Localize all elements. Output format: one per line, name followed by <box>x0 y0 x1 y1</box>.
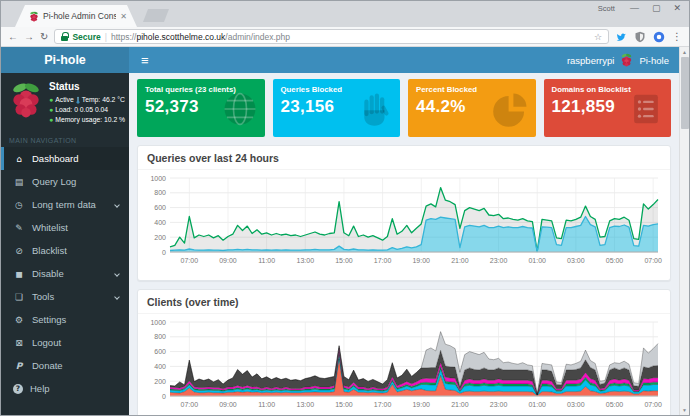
svg-text:800: 800 <box>154 333 166 340</box>
svg-text:01:00: 01:00 <box>528 401 546 408</box>
raspberry-logo <box>9 81 43 119</box>
bookmark-star-icon[interactable]: ☆ <box>594 32 602 42</box>
svg-text:800: 800 <box>154 189 166 196</box>
sidebar-item-label: Long term data <box>32 199 96 210</box>
svg-text:23:00: 23:00 <box>490 257 508 264</box>
browser-tab[interactable]: Pi-hole Admin Console ✕ <box>15 5 137 27</box>
url-path: /admin/index.php <box>225 32 290 42</box>
queries-over-time-chart[interactable]: 0200400600800100007:0009:0011:0013:0015:… <box>140 172 664 280</box>
new-tab-button[interactable] <box>143 9 169 22</box>
app-logo[interactable]: Pi-hole <box>1 47 129 73</box>
chevron-down-icon <box>114 294 120 300</box>
url-scheme: https:// <box>111 32 137 42</box>
svg-text:03:00: 03:00 <box>567 257 585 264</box>
blue-circle-extension-icon[interactable] <box>653 31 665 43</box>
card-queries-blocked: Queries Blocked 23,156 <box>273 79 401 137</box>
paypal-icon: P <box>13 361 25 371</box>
svg-text:200: 200 <box>154 234 166 241</box>
shield-extension-icon[interactable] <box>634 31 646 43</box>
question-icon: ? <box>13 384 23 394</box>
sidebar-item-label: Disable <box>32 268 64 279</box>
status-active-row: ● Active Temp: 46.2 °C <box>49 95 125 105</box>
status-dot-icon: ● <box>49 115 53 125</box>
svg-text:15:00: 15:00 <box>335 401 353 408</box>
user-logout-icon: ⊠ <box>13 338 25 348</box>
svg-text:200: 200 <box>154 378 166 385</box>
list-icon <box>627 90 665 128</box>
svg-text:19:00: 19:00 <box>412 401 430 408</box>
scroll-up-icon[interactable]: ▲ <box>682 47 687 57</box>
minimize-button[interactable]: — <box>630 3 639 13</box>
sidebar-item-donate[interactable]: P Donate <box>1 354 129 377</box>
queries-panel: Queries over last 24 hours 0200400600800… <box>137 145 671 281</box>
sidebar-item-label: Tools <box>32 291 54 302</box>
divider: | <box>105 32 107 42</box>
twitter-extension-icon[interactable] <box>615 31 627 43</box>
window-close-button[interactable]: ✕ <box>673 3 681 13</box>
refresh-icon[interactable]: ↻ <box>40 32 48 42</box>
sidebar-item-long-term-data[interactable]: ◷ Long term data <box>1 193 129 216</box>
status-load-row: ● Load: 0 0.05 0.04 <box>49 105 125 115</box>
svg-text:15:00: 15:00 <box>335 257 353 264</box>
sidebar-item-settings[interactable]: ⚙ Settings <box>1 308 129 331</box>
svg-text:09:00: 09:00 <box>219 401 237 408</box>
svg-text:13:00: 13:00 <box>297 257 315 264</box>
sidebar-item-help[interactable]: ? Help <box>1 377 129 400</box>
sidebar-item-label: Donate <box>32 360 63 371</box>
browser-toolbar: ← → ↻ Secure | https://pihole.scotthelme… <box>1 27 689 47</box>
svg-text:07:00: 07:00 <box>181 257 199 264</box>
chrome-menu-icon[interactable]: ⋮ <box>672 31 682 42</box>
card-total-queries: Total queries (23 clients) 52,373 <box>137 79 265 137</box>
scroll-down-icon[interactable]: ▼ <box>682 405 687 415</box>
sidebar-item-tools[interactable]: ❏ Tools <box>1 285 129 308</box>
address-bar[interactable]: Secure | https://pihole.scotthelme.co.uk… <box>54 29 609 44</box>
folder-icon: ❏ <box>13 292 25 302</box>
hand-icon <box>356 90 394 128</box>
status-active-label: Active <box>55 95 74 105</box>
svg-text:1000: 1000 <box>150 175 166 182</box>
hostname-label: raspberrypi <box>567 55 615 66</box>
sidebar-item-disable[interactable]: ◼ Disable <box>1 262 129 285</box>
browser-tab-bar: Pi-hole Admin Console ✕ Scott — ▢ ✕ <box>1 1 689 27</box>
tab-close-icon[interactable]: ✕ <box>120 12 127 21</box>
secure-label: Secure <box>72 32 100 42</box>
svg-text:17:00: 17:00 <box>374 401 392 408</box>
hamburger-menu-icon[interactable]: ≡ <box>129 47 161 73</box>
clients-over-time-chart[interactable]: 0200400600800100007:0009:0011:0013:0015:… <box>140 316 664 415</box>
gears-icon: ⚙ <box>13 315 25 325</box>
maximize-button[interactable]: ▢ <box>652 3 661 13</box>
status-title: Status <box>49 81 125 92</box>
padlock-icon <box>61 32 68 41</box>
svg-text:17:00: 17:00 <box>374 257 392 264</box>
clients-panel: Clients (over time) 0200400600800100007:… <box>137 289 671 415</box>
pie-chart-icon <box>492 90 530 128</box>
sidebar-item-blacklist[interactable]: ⊘ Blacklist <box>1 239 129 262</box>
sidebar-item-logout[interactable]: ⊠ Logout <box>1 331 129 354</box>
sidebar-item-label: Query Log <box>32 176 76 187</box>
svg-text:400: 400 <box>154 219 166 226</box>
sidebar-item-label: Dashboard <box>32 153 78 164</box>
status-temp-label: Temp: 46.2 °C <box>82 95 125 105</box>
scrollbar-thumb[interactable] <box>681 57 689 129</box>
browser-window: Pi-hole Admin Console ✕ Scott — ▢ ✕ ← → … <box>0 0 690 416</box>
forward-icon[interactable]: → <box>24 32 34 42</box>
back-icon[interactable]: ← <box>8 32 18 42</box>
ban-icon: ⊘ <box>13 246 25 256</box>
status-panel: Status ● Active Temp: 46.2 °C ● <box>1 73 129 131</box>
thermometer-icon <box>76 96 80 104</box>
clock-icon: ◷ <box>13 200 25 210</box>
sidebar: Status ● Active Temp: 46.2 °C ● <box>1 73 129 415</box>
svg-text:01:00: 01:00 <box>528 257 546 264</box>
pihole-brand-label: Pi-hole <box>639 55 669 66</box>
sidebar-item-label: Help <box>30 383 50 394</box>
page-scrollbar[interactable]: ▲ ▼ <box>679 47 689 415</box>
sidebar-item-query-log[interactable]: ▤ Query Log <box>1 170 129 193</box>
sidebar-item-dashboard[interactable]: ⌂ Dashboard <box>1 147 129 170</box>
sidebar-item-whitelist[interactable]: ✎ Whitelist <box>1 216 129 239</box>
svg-text:11:00: 11:00 <box>258 401 275 408</box>
svg-text:03:00: 03:00 <box>567 401 585 408</box>
svg-text:05:00: 05:00 <box>606 257 624 264</box>
chevron-down-icon <box>114 271 120 277</box>
svg-text:21:00: 21:00 <box>451 257 469 264</box>
status-dot-icon: ● <box>49 95 53 105</box>
